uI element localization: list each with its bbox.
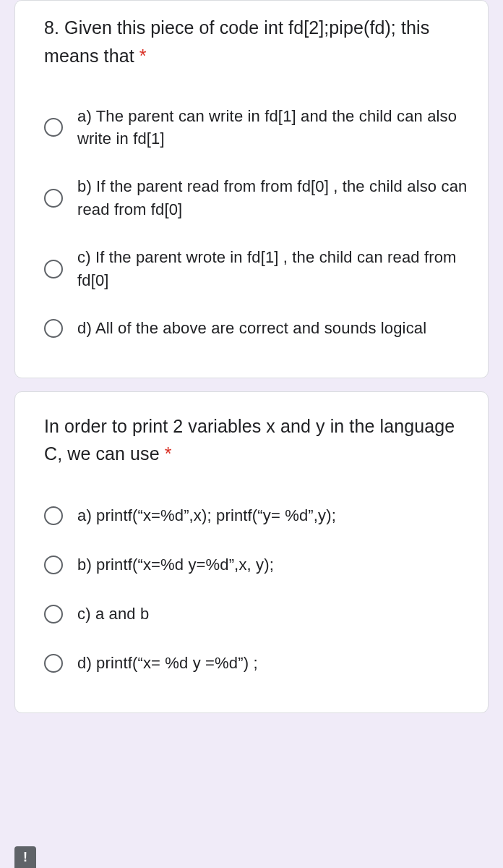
question-card-2: In order to print 2 variables x and y in… <box>14 391 489 713</box>
question-card-1: 8. Given this piece of code int fd[2];pi… <box>14 0 489 378</box>
radio-icon <box>44 654 63 673</box>
radio-icon <box>44 260 63 278</box>
question-text-2: In order to print 2 variables x and y in… <box>44 416 455 464</box>
exclamation-icon: ! <box>23 850 27 865</box>
radio-icon <box>44 556 63 574</box>
q1-option-b[interactable]: b) If the parent read from from fd[0] , … <box>44 168 468 239</box>
radio-icon <box>44 118 63 137</box>
q1-option-c-label: c) If the parent wrote in fd[1] , the ch… <box>77 246 468 292</box>
radio-icon <box>44 189 63 208</box>
q2-option-a-label: a) printf(“x=%d”,x); printf(“y= %d”,y); <box>77 504 336 527</box>
radio-icon <box>44 605 63 624</box>
q2-option-b[interactable]: b) printf(“x=%d y=%d”,x, y); <box>44 545 468 594</box>
radio-icon <box>44 319 63 338</box>
q2-option-d[interactable]: d) printf(“x= %d y =%d”) ; <box>44 643 468 692</box>
q2-option-c[interactable]: c) a and b <box>44 594 468 643</box>
report-problem-button[interactable]: ! <box>14 846 36 868</box>
question-title-1: 8. Given this piece of code int fd[2];pi… <box>44 14 468 70</box>
q1-option-d-label: d) All of the above are correct and soun… <box>77 317 426 340</box>
q2-option-a[interactable]: a) printf(“x=%d”,x); printf(“y= %d”,y); <box>44 495 468 545</box>
q2-option-d-label: d) printf(“x= %d y =%d”) ; <box>77 652 258 675</box>
q1-option-c[interactable]: c) If the parent wrote in fd[1] , the ch… <box>44 239 468 310</box>
required-marker-2: * <box>165 443 172 464</box>
q1-option-b-label: b) If the parent read from from fd[0] , … <box>77 175 468 221</box>
q1-option-d[interactable]: d) All of the above are correct and soun… <box>44 310 468 357</box>
q2-option-c-label: c) a and b <box>77 603 149 626</box>
required-marker-1: * <box>139 46 147 66</box>
q1-option-a[interactable]: a) The parent can write in fd[1] and the… <box>44 98 468 169</box>
q1-option-a-label: a) The parent can write in fd[1] and the… <box>77 105 468 151</box>
radio-icon <box>44 506 63 525</box>
question-text-1: 8. Given this piece of code int fd[2];pi… <box>44 17 429 66</box>
question-title-2: In order to print 2 variables x and y in… <box>44 412 468 469</box>
q2-option-b-label: b) printf(“x=%d y=%d”,x, y); <box>77 553 274 576</box>
